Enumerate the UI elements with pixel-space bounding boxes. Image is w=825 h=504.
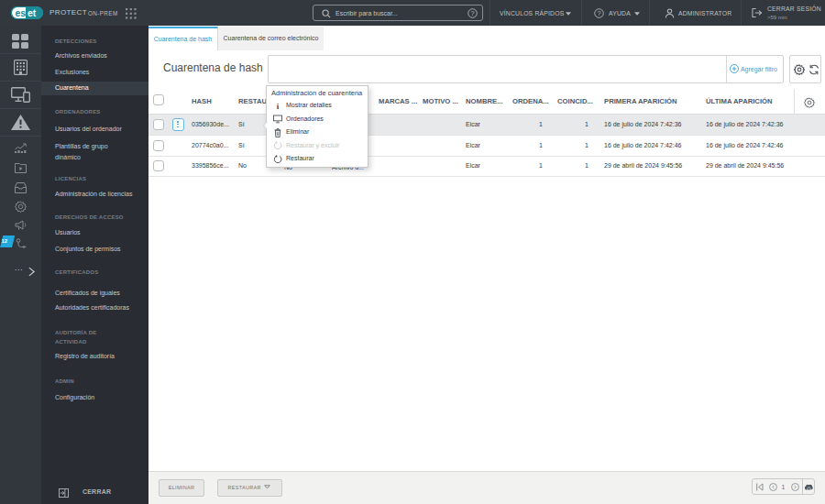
svg-text:?: ? bbox=[470, 9, 474, 17]
svg-text:?: ? bbox=[597, 9, 600, 17]
svg-text:i: i bbox=[277, 102, 280, 110]
svg-text:es: es bbox=[16, 7, 27, 18]
svg-text:et: et bbox=[28, 7, 37, 18]
